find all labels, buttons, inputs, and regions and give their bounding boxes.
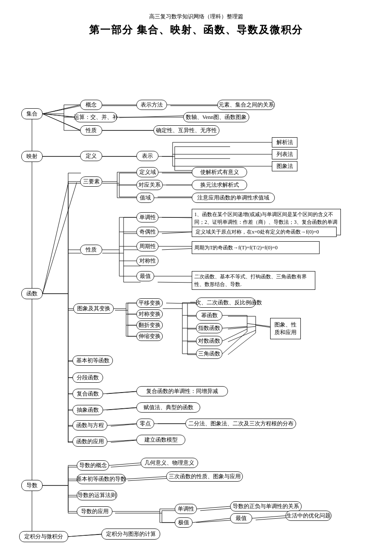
node-函数的应用: 函数的应用 [72,436,107,447]
node-表示映射: 表示 [136,151,159,161]
svg-line-20 [43,183,68,294]
node-零点: 零点 [136,419,154,429]
node-极值: 极值 [175,517,193,528]
node-零点说明: 二分法、图象法、二次及三次方程根的分布 [185,419,296,429]
node-导数运算法则: 导数的运算法则 [77,490,117,500]
svg-line-159 [247,323,270,326]
node-对称变换: 对称变换 [136,309,163,319]
svg-line-161 [103,407,136,410]
subtitle: 高三复习数学知识网络（理科）整理篇 [9,13,383,20]
node-平移变换: 平移变换 [136,298,163,308]
node-分段函数: 分段函数 [72,373,103,383]
node-单调性导数: 单调性 [175,504,197,514]
svg-line-155 [222,326,247,328]
node-表示方法: 表示方法 [136,100,167,110]
svg-line-177 [197,506,230,509]
node-一次二次反比例: 一次、二次函数、反比例函数 [196,297,256,308]
node-确定性互异性无序性: 确定性、互异性、无序性 [153,125,219,136]
svg-line-72 [107,407,141,410]
svg-line-160 [103,391,136,394]
svg-line-180 [68,534,101,537]
svg-line-58 [166,303,187,303]
node-运算: 运算：交、并、补 [75,112,117,122]
svg-line-156 [222,329,247,341]
node-定义映射: 定义 [80,151,102,161]
node-生活优化: 生活中的优化问题 [285,511,331,521]
node-复合函数: 复合函数 [72,389,103,399]
node-奇偶性: 奇偶性 [136,227,159,237]
svg-line-91 [68,534,107,537]
svg-line-4 [43,106,81,114]
svg-line-9 [119,116,192,118]
node-几何意义物理意义: 几何意义、物理意义 [141,458,198,468]
node-定积分图形计算: 定积分与图形的计算 [101,529,160,540]
svg-line-71 [107,391,141,394]
svg-line-164 [107,440,136,442]
svg-line-179 [252,516,285,518]
node-定积分与微积分: 定积分与微积分 [19,531,68,542]
node-周期性: 周期性 [136,241,159,251]
svg-line-83 [128,478,170,481]
node-最值: 最值 [136,271,154,281]
node-导数: 导数 [21,480,43,491]
svg-line-68 [228,333,256,355]
svg-line-93 [43,114,75,117]
node-值域: 值域 [136,193,154,203]
node-解析法: 解析法 [272,137,297,147]
node-函数与方程: 函数与方程 [72,420,107,430]
page-title: 第一部分 集合、映射、函数、导数及微积分 [9,23,383,37]
node-对应关系: 对应关系 [136,180,163,190]
svg-line-67 [228,330,256,342]
svg-line-178 [193,518,230,523]
node-单调性: 单调性 [136,212,159,222]
node-使解析式有意义: 使解析式有意义 [192,167,247,177]
svg-line-66 [228,326,256,329]
node-三角函数: 三角函数 [196,349,222,359]
node-函数应用说明: 建立函数模型 [136,435,185,445]
node-图象及其变换: 图象及其变换 [73,303,114,314]
svg-line-51 [158,282,194,283]
node-图象法: 图象法 [272,161,297,171]
node-对数函数: 对数函数 [196,336,222,346]
node-性质集合: 性质 [80,125,102,136]
svg-line-157 [222,332,247,354]
svg-line-49 [162,232,194,234]
node-概念: 概念 [80,100,102,110]
svg-line-88 [200,508,234,511]
svg-line-162 [107,424,136,425]
svg-line-92 [43,105,80,114]
node-定义域: 定义域 [136,167,159,177]
svg-line-50 [162,248,194,250]
node-指数函数: 指数函数 [196,323,222,333]
node-注意单调性: 注意应用函数的单调性求值域 [192,193,275,203]
node-列表法: 列表法 [272,149,297,159]
node-幂函数: 幂函数 [196,310,222,321]
node-集合: 集合 [21,108,43,119]
node-基本初等函数: 基本初等函数 [72,355,113,366]
node-奇偶性说明: 定义域关于原点对称，在x=0处有定义的奇函数→f(0)=0 [192,227,337,237]
node-三要素: 三要素 [80,176,102,187]
node-抽象函数: 抽象函数 [72,405,103,415]
svg-line-89 [196,520,234,523]
node-周期性说明: 周期为T的奇函数→f(T)=f(T/2)=f(0)=0 [192,241,320,254]
node-三次函数性质: 三次函数的性质、图象与应用 [166,471,243,482]
node-导数的应用: 导数的应用 [77,506,112,517]
node-翻折变换: 翻折变换 [136,321,163,330]
node-基本初等函数导数: 基本初等函数的导数 [77,474,126,484]
svg-line-82 [111,465,145,467]
svg-line-48 [162,217,194,218]
node-伸缩变换: 伸缩变换 [136,332,163,341]
svg-line-171 [109,463,141,465]
node-导数概念: 导数的概念 [77,460,109,471]
node-导数正负单调关系: 导数的正负与单调性的关系 [230,501,302,511]
svg-line-90 [256,517,290,520]
node-抽象函数说明: 赋值法、典型的函数 [136,402,200,413]
node-元素集合关系: 元素、集合之间的关系 [217,100,275,110]
node-最大值: 最值 [230,513,252,523]
node-对称性: 对称性 [136,256,159,266]
node-换元法求解析式: 换元法求解析式 [192,180,247,190]
node-数轴Venn: 数轴、Venn图、函数图象 [183,112,249,122]
svg-line-18 [43,182,77,294]
node-最值说明: 二次函数、基本不等式、打钩函数、三角函数有界性、数形结合、导数. [192,271,315,290]
node-图象性质应用: 图象、性质和应用 [270,318,301,339]
